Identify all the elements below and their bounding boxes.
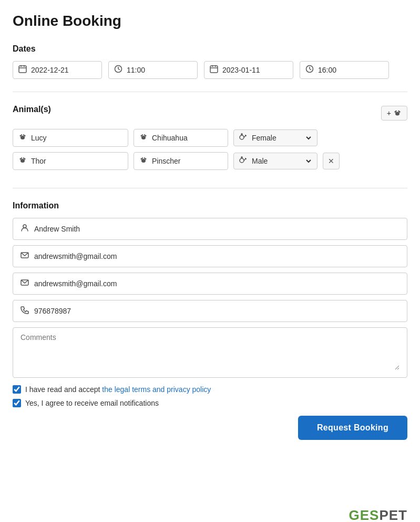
svg-point-38 (21, 157, 22, 158)
svg-line-13 (310, 69, 311, 70)
confirm-email-input[interactable] (34, 279, 399, 288)
email-icon (21, 251, 29, 262)
clock-icon-start (114, 65, 122, 75)
animal-gender-select-1[interactable]: Female Male Unknown (250, 133, 313, 143)
end-date-input[interactable] (222, 66, 288, 74)
plus-icon: + (387, 109, 391, 117)
phone-icon (21, 306, 29, 316)
animal-name-field-1[interactable] (13, 129, 128, 147)
svg-point-45 (240, 158, 244, 163)
animal-name-field-2[interactable] (13, 152, 128, 170)
gender-icon-2 (238, 156, 247, 166)
brand-pet: PET (379, 507, 407, 522)
animals-section: Animal(s) + (13, 105, 407, 188)
paw-icon-breed2 (139, 156, 148, 166)
legal-label: I have read and accept the legal terms a… (25, 385, 211, 394)
svg-point-40 (141, 159, 146, 163)
page-title: Online Booking (13, 13, 407, 29)
brand-ges: GES (349, 507, 380, 522)
clock-icon-end (305, 65, 314, 75)
fullname-field[interactable] (13, 218, 407, 240)
svg-line-6 (118, 69, 120, 70)
svg-point-44 (144, 157, 145, 158)
svg-point-14 (395, 112, 399, 116)
user-icon (21, 224, 29, 234)
email-input[interactable] (34, 252, 399, 260)
svg-point-28 (144, 134, 145, 135)
animal-breed-field-2[interactable] (134, 152, 228, 170)
calendar-icon-end (210, 65, 218, 75)
comments-textarea[interactable] (21, 333, 399, 370)
email-notifications-label: Yes, I agree to receive email notificati… (25, 399, 159, 407)
comments-field[interactable] (13, 327, 407, 378)
start-time-field[interactable] (108, 61, 198, 79)
animal-gender-select-2[interactable]: Male Female Unknown (250, 156, 313, 166)
calendar-icon (18, 65, 27, 75)
animal-gender-field-2[interactable]: Male Female Unknown (233, 153, 317, 169)
svg-point-39 (23, 157, 24, 158)
information-label: Information (13, 201, 407, 210)
legal-checkbox[interactable] (13, 385, 21, 394)
email-confirm-icon (21, 278, 29, 289)
svg-rect-7 (210, 66, 218, 73)
paw-icon-breed1 (139, 133, 148, 143)
start-time-input[interactable] (127, 66, 192, 74)
svg-point-23 (23, 134, 24, 135)
end-time-field[interactable] (300, 61, 389, 79)
dates-row (13, 61, 407, 79)
legal-checkbox-row: I have read and accept the legal terms a… (13, 385, 407, 394)
dates-section: Dates (13, 44, 407, 92)
gender-icon-1 (238, 133, 247, 143)
legal-link[interactable]: the legal terms and privacy policy (102, 385, 211, 394)
dates-label: Dates (13, 44, 407, 54)
paw-icon-row2 (18, 156, 27, 166)
booking-form: Online Booking Dates (0, 0, 420, 499)
fullname-input[interactable] (34, 225, 399, 233)
confirm-email-field[interactable] (13, 273, 407, 295)
submit-row: Request Booking (13, 416, 407, 440)
phone-input[interactable] (34, 307, 399, 315)
animal-gender-field-1[interactable]: Female Male Unknown (233, 129, 317, 146)
animal-row-2: Male Female Unknown ✕ (13, 152, 407, 170)
animal-name-input-2[interactable] (31, 157, 122, 165)
email-field[interactable] (13, 245, 407, 267)
add-animal-button[interactable]: + (381, 106, 407, 121)
phone-field[interactable] (13, 300, 407, 322)
svg-point-18 (398, 111, 399, 112)
svg-point-27 (142, 134, 143, 135)
remove-animal-button-2[interactable]: ✕ (323, 153, 340, 169)
email-notifications-checkbox[interactable] (13, 399, 21, 407)
svg-point-22 (21, 134, 22, 135)
brand-name: GESPET (349, 507, 408, 522)
svg-point-29 (240, 135, 244, 139)
brand-footer: GESPET PROFESSIONAL PET SOFTWARE (0, 499, 420, 522)
start-date-field[interactable] (13, 61, 102, 79)
email-notifications-checkbox-row: Yes, I agree to receive email notificati… (13, 399, 407, 407)
end-date-field[interactable] (204, 61, 293, 79)
svg-point-43 (142, 157, 143, 158)
animals-header: Animal(s) + (13, 105, 407, 122)
svg-point-35 (21, 159, 25, 163)
animals-label: Animal(s) (13, 105, 51, 114)
animal-name-input-1[interactable] (31, 134, 122, 142)
svg-rect-0 (19, 66, 26, 73)
svg-point-51 (23, 225, 26, 228)
animal-breed-input-1[interactable] (152, 134, 222, 142)
animal-breed-input-2[interactable] (152, 157, 222, 165)
animal-breed-field-1[interactable] (134, 129, 228, 147)
animal-row: Female Male Unknown (13, 129, 407, 147)
svg-point-24 (141, 136, 146, 139)
start-date-input[interactable] (31, 66, 96, 74)
remove-icon: ✕ (328, 157, 334, 165)
request-booking-button[interactable]: Request Booking (298, 416, 407, 440)
end-time-input[interactable] (318, 66, 383, 74)
svg-point-19 (21, 136, 25, 139)
information-section: Information (13, 201, 407, 465)
svg-point-17 (395, 111, 396, 112)
brand-logo: GESPET PROFESSIONAL PET SOFTWARE (304, 507, 407, 522)
paw-icon (393, 109, 402, 117)
paw-icon-row1 (18, 133, 27, 143)
